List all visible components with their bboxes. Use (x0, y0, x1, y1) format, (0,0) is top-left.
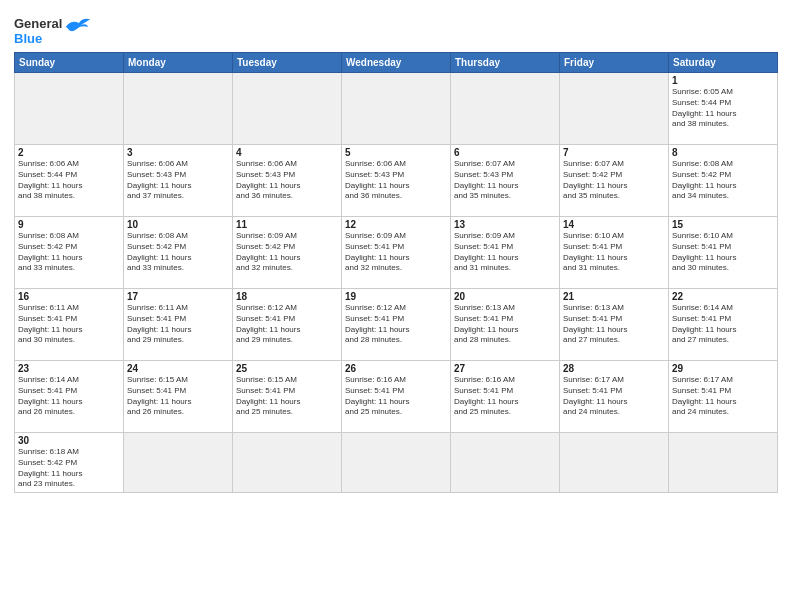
calendar-cell: 8Sunrise: 6:08 AM Sunset: 5:42 PM Daylig… (669, 145, 778, 217)
day-info: Sunrise: 6:06 AM Sunset: 5:43 PM Dayligh… (345, 159, 447, 202)
calendar-cell: 9Sunrise: 6:08 AM Sunset: 5:42 PM Daylig… (15, 217, 124, 289)
day-info: Sunrise: 6:09 AM Sunset: 5:41 PM Dayligh… (454, 231, 556, 274)
calendar-cell (342, 433, 451, 493)
calendar-cell: 23Sunrise: 6:14 AM Sunset: 5:41 PM Dayli… (15, 361, 124, 433)
calendar-cell: 17Sunrise: 6:11 AM Sunset: 5:41 PM Dayli… (124, 289, 233, 361)
day-number: 7 (563, 147, 665, 158)
calendar-cell: 18Sunrise: 6:12 AM Sunset: 5:41 PM Dayli… (233, 289, 342, 361)
day-info: Sunrise: 6:17 AM Sunset: 5:41 PM Dayligh… (672, 375, 774, 418)
calendar-cell: 15Sunrise: 6:10 AM Sunset: 5:41 PM Dayli… (669, 217, 778, 289)
weekday-header-tuesday: Tuesday (233, 53, 342, 73)
day-info: Sunrise: 6:10 AM Sunset: 5:41 PM Dayligh… (672, 231, 774, 274)
day-info: Sunrise: 6:06 AM Sunset: 5:43 PM Dayligh… (236, 159, 338, 202)
calendar-cell: 2Sunrise: 6:06 AM Sunset: 5:44 PM Daylig… (15, 145, 124, 217)
day-number: 14 (563, 219, 665, 230)
calendar-cell (233, 433, 342, 493)
day-number: 15 (672, 219, 774, 230)
calendar-cell: 27Sunrise: 6:16 AM Sunset: 5:41 PM Dayli… (451, 361, 560, 433)
calendar-cell: 10Sunrise: 6:08 AM Sunset: 5:42 PM Dayli… (124, 217, 233, 289)
day-info: Sunrise: 6:13 AM Sunset: 5:41 PM Dayligh… (563, 303, 665, 346)
day-number: 28 (563, 363, 665, 374)
calendar-cell: 6Sunrise: 6:07 AM Sunset: 5:43 PM Daylig… (451, 145, 560, 217)
calendar-cell: 22Sunrise: 6:14 AM Sunset: 5:41 PM Dayli… (669, 289, 778, 361)
day-info: Sunrise: 6:18 AM Sunset: 5:42 PM Dayligh… (18, 447, 120, 490)
day-number: 29 (672, 363, 774, 374)
calendar-cell: 16Sunrise: 6:11 AM Sunset: 5:41 PM Dayli… (15, 289, 124, 361)
calendar-cell (233, 73, 342, 145)
day-info: Sunrise: 6:11 AM Sunset: 5:41 PM Dayligh… (18, 303, 120, 346)
calendar-cell (451, 73, 560, 145)
day-info: Sunrise: 6:14 AM Sunset: 5:41 PM Dayligh… (672, 303, 774, 346)
day-number: 13 (454, 219, 556, 230)
day-number: 27 (454, 363, 556, 374)
weekday-header-monday: Monday (124, 53, 233, 73)
weekday-header-saturday: Saturday (669, 53, 778, 73)
weekday-header-thursday: Thursday (451, 53, 560, 73)
day-number: 24 (127, 363, 229, 374)
day-number: 20 (454, 291, 556, 302)
calendar-cell: 19Sunrise: 6:12 AM Sunset: 5:41 PM Dayli… (342, 289, 451, 361)
day-info: Sunrise: 6:13 AM Sunset: 5:41 PM Dayligh… (454, 303, 556, 346)
calendar-cell (560, 433, 669, 493)
weekday-header-sunday: Sunday (15, 53, 124, 73)
calendar-cell: 5Sunrise: 6:06 AM Sunset: 5:43 PM Daylig… (342, 145, 451, 217)
day-info: Sunrise: 6:16 AM Sunset: 5:41 PM Dayligh… (454, 375, 556, 418)
calendar-cell: 13Sunrise: 6:09 AM Sunset: 5:41 PM Dayli… (451, 217, 560, 289)
weekday-header-wednesday: Wednesday (342, 53, 451, 73)
calendar-cell (15, 73, 124, 145)
calendar-cell: 21Sunrise: 6:13 AM Sunset: 5:41 PM Dayli… (560, 289, 669, 361)
calendar-cell (560, 73, 669, 145)
day-info: Sunrise: 6:05 AM Sunset: 5:44 PM Dayligh… (672, 87, 774, 130)
calendar-cell: 20Sunrise: 6:13 AM Sunset: 5:41 PM Dayli… (451, 289, 560, 361)
day-number: 4 (236, 147, 338, 158)
weekday-header-friday: Friday (560, 53, 669, 73)
day-number: 12 (345, 219, 447, 230)
day-number: 23 (18, 363, 120, 374)
calendar-cell: 26Sunrise: 6:16 AM Sunset: 5:41 PM Dayli… (342, 361, 451, 433)
day-number: 11 (236, 219, 338, 230)
logo-blue-text: Blue (14, 31, 42, 46)
calendar-cell: 24Sunrise: 6:15 AM Sunset: 5:41 PM Dayli… (124, 361, 233, 433)
calendar-cell: 4Sunrise: 6:06 AM Sunset: 5:43 PM Daylig… (233, 145, 342, 217)
calendar-cell: 3Sunrise: 6:06 AM Sunset: 5:43 PM Daylig… (124, 145, 233, 217)
calendar-cell: 25Sunrise: 6:15 AM Sunset: 5:41 PM Dayli… (233, 361, 342, 433)
logo-bird-icon (64, 15, 92, 33)
day-number: 6 (454, 147, 556, 158)
day-number: 2 (18, 147, 120, 158)
day-info: Sunrise: 6:12 AM Sunset: 5:41 PM Dayligh… (236, 303, 338, 346)
day-info: Sunrise: 6:06 AM Sunset: 5:44 PM Dayligh… (18, 159, 120, 202)
day-number: 16 (18, 291, 120, 302)
calendar-cell: 1Sunrise: 6:05 AM Sunset: 5:44 PM Daylig… (669, 73, 778, 145)
day-info: Sunrise: 6:17 AM Sunset: 5:41 PM Dayligh… (563, 375, 665, 418)
day-number: 19 (345, 291, 447, 302)
day-info: Sunrise: 6:08 AM Sunset: 5:42 PM Dayligh… (127, 231, 229, 274)
day-info: Sunrise: 6:16 AM Sunset: 5:41 PM Dayligh… (345, 375, 447, 418)
calendar-cell: 7Sunrise: 6:07 AM Sunset: 5:42 PM Daylig… (560, 145, 669, 217)
day-number: 8 (672, 147, 774, 158)
day-info: Sunrise: 6:15 AM Sunset: 5:41 PM Dayligh… (127, 375, 229, 418)
day-number: 5 (345, 147, 447, 158)
day-number: 21 (563, 291, 665, 302)
day-number: 26 (345, 363, 447, 374)
page-header: General Blue (14, 10, 778, 46)
day-info: Sunrise: 6:08 AM Sunset: 5:42 PM Dayligh… (672, 159, 774, 202)
logo-text: General (14, 16, 62, 31)
calendar-cell: 14Sunrise: 6:10 AM Sunset: 5:41 PM Dayli… (560, 217, 669, 289)
day-info: Sunrise: 6:15 AM Sunset: 5:41 PM Dayligh… (236, 375, 338, 418)
day-number: 10 (127, 219, 229, 230)
day-info: Sunrise: 6:09 AM Sunset: 5:41 PM Dayligh… (345, 231, 447, 274)
calendar-cell (669, 433, 778, 493)
calendar-cell (124, 433, 233, 493)
day-info: Sunrise: 6:07 AM Sunset: 5:42 PM Dayligh… (563, 159, 665, 202)
day-info: Sunrise: 6:07 AM Sunset: 5:43 PM Dayligh… (454, 159, 556, 202)
logo: General Blue (14, 14, 92, 46)
calendar-cell (451, 433, 560, 493)
day-info: Sunrise: 6:06 AM Sunset: 5:43 PM Dayligh… (127, 159, 229, 202)
day-info: Sunrise: 6:10 AM Sunset: 5:41 PM Dayligh… (563, 231, 665, 274)
day-number: 18 (236, 291, 338, 302)
calendar-cell: 30Sunrise: 6:18 AM Sunset: 5:42 PM Dayli… (15, 433, 124, 493)
day-number: 3 (127, 147, 229, 158)
day-info: Sunrise: 6:08 AM Sunset: 5:42 PM Dayligh… (18, 231, 120, 274)
calendar-cell (342, 73, 451, 145)
weekday-header-row: SundayMondayTuesdayWednesdayThursdayFrid… (15, 53, 778, 73)
